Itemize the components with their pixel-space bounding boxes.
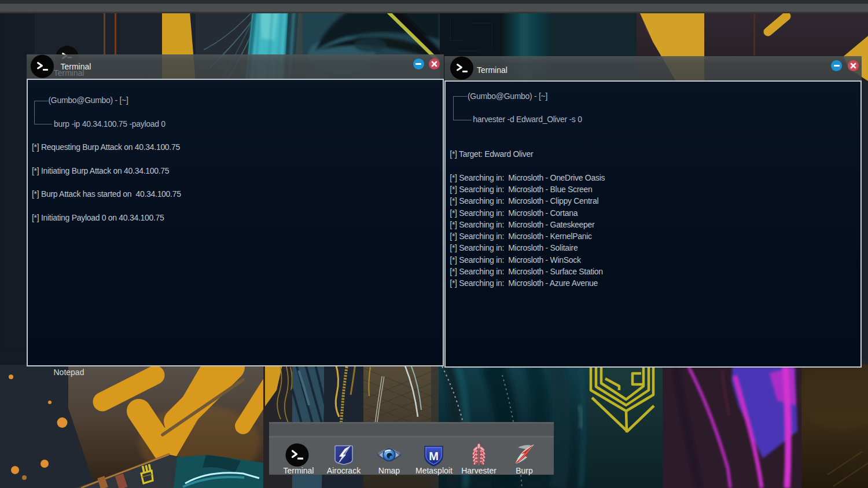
- svg-text:M: M: [429, 450, 439, 463]
- svg-text:Notepad: Notepad: [54, 368, 84, 377]
